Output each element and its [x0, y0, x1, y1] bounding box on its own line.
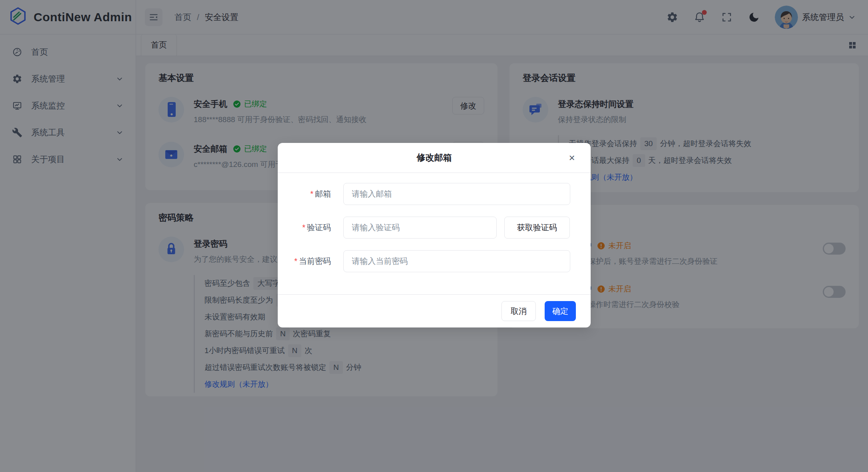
email-form-row: *邮箱: [278, 183, 575, 205]
current-password-field[interactable]: [343, 250, 570, 272]
modal-body: *邮箱 *验证码 获取验证码 *当前密码: [278, 173, 591, 272]
modal-footer: 取消 确定: [278, 294, 591, 327]
verification-code-field[interactable]: [343, 217, 497, 239]
password-form-row: *当前密码: [278, 250, 575, 272]
cancel-button[interactable]: 取消: [501, 301, 536, 321]
app-root: ContiNew Admin 首页 / 安全设置: [0, 0, 868, 472]
email-field[interactable]: [343, 183, 570, 205]
email-label: *邮箱: [278, 189, 343, 199]
confirm-button[interactable]: 确定: [545, 301, 576, 321]
modify-email-modal: 修改邮箱 × *邮箱 *验证码 获取验证码 *当前密码 取消 确定: [278, 143, 591, 327]
current-password-label: *当前密码: [278, 256, 343, 267]
modal-title: 修改邮箱: [417, 152, 452, 164]
modal-header: 修改邮箱 ×: [278, 143, 591, 173]
code-form-row: *验证码 获取验证码: [278, 217, 575, 239]
get-code-button[interactable]: 获取验证码: [504, 217, 570, 239]
code-label: *验证码: [278, 222, 343, 233]
close-icon[interactable]: ×: [565, 151, 579, 165]
